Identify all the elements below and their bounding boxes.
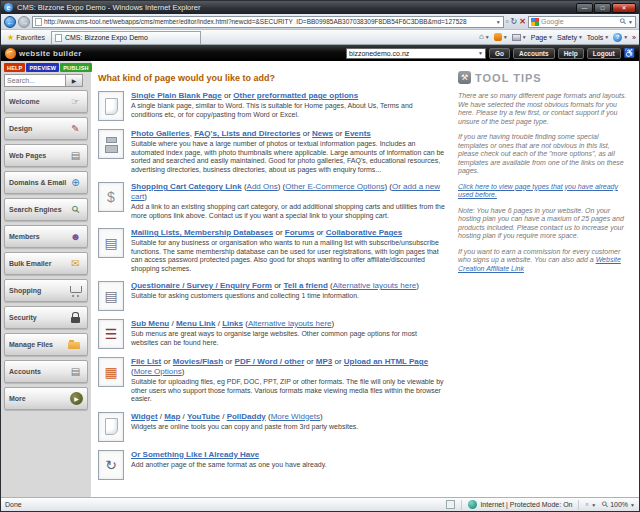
feeds-button[interactable]: ▼ [494, 33, 508, 41]
page-option-link[interactable]: Other E-Commerce Options [285, 182, 384, 191]
close-button[interactable]: ✕ [612, 3, 636, 13]
sidebar-item-bulk-emailer[interactable]: Bulk Emailer✉ [4, 252, 88, 275]
search-box[interactable]: Google ⚲ ▼ [528, 16, 636, 28]
sidebar-item-design[interactable]: Design✎ [4, 117, 88, 140]
submenu-icon[interactable]: ☰ [98, 319, 124, 349]
page-option-link[interactable]: PDF / Word / other [235, 357, 305, 366]
stop-icon[interactable]: ✕ [519, 18, 526, 26]
sidebar-item-members[interactable]: Members☻ [4, 225, 88, 248]
zoom-control[interactable]: ⚲ 100% ▼ [602, 500, 635, 509]
tools-menu[interactable]: Tools▼ [587, 34, 609, 41]
page-option-link[interactable]: Collaborative Pages [326, 228, 402, 237]
star-icon: ★ [7, 33, 14, 42]
page-option-link[interactable]: Menu Link [176, 319, 216, 328]
form-icon[interactable]: ▤ [98, 281, 124, 311]
file-grid-icon[interactable]: ▦ [98, 357, 124, 387]
page-option-link[interactable]: Forums [285, 228, 314, 237]
dollar-icon[interactable]: $ [98, 182, 124, 212]
page-option-link[interactable]: Single Plain Blank Page [131, 91, 222, 100]
page-option-link[interactable]: Or Something Like I Already Have [131, 450, 259, 459]
forward-button[interactable]: → [18, 16, 30, 28]
ie-icon: e [4, 3, 13, 12]
sidebar-item-shopping[interactable]: Shopping [4, 279, 88, 302]
browser-tab[interactable]: CMS: Bizzone Expo Demo [51, 31, 201, 44]
accounts-button[interactable]: Accounts [513, 48, 555, 59]
page-option-link[interactable]: Map [164, 412, 180, 421]
page-option-link[interactable]: More Widgets [271, 412, 320, 421]
page-option-link[interactable]: File List [131, 357, 161, 366]
tab-title: CMS: Bizzone Expo Demo [65, 34, 148, 41]
page-option-link[interactable]: Mailing Lists, Membership Databases [131, 228, 273, 237]
sidebar-item-security[interactable]: Security [4, 306, 88, 329]
domain-select[interactable]: bizzonedemo.co.nz ▼ [346, 48, 486, 59]
status-page-icon [446, 500, 455, 509]
recycle-page-icon[interactable]: ↻ [98, 450, 124, 480]
page-option-link[interactable]: FAQ's, Lists and Directories [194, 129, 300, 138]
page-option-link[interactable]: MP3 [316, 357, 332, 366]
url-text: http://www.cms-tool.net/webapps/cms/memb… [44, 18, 494, 25]
page-option-link[interactable]: More Options [134, 367, 182, 376]
tooltip-link-paragraph: Click here to view page types that you h… [458, 183, 629, 200]
internet-zone-icon [468, 500, 477, 509]
compatibility-status[interactable]: ▫▼ [585, 501, 596, 509]
publish-button[interactable]: PUBLISH [60, 63, 92, 72]
home-button[interactable]: ⌂▼ [479, 33, 490, 41]
back-button[interactable]: ← [4, 16, 16, 28]
used-page-types-link[interactable]: Click here to view page types that you h… [458, 183, 618, 199]
sidebar-item-web-pages[interactable]: Web Pages▤ [4, 144, 88, 167]
help-menu[interactable]: ?▼ [613, 33, 628, 42]
print-button[interactable]: ▼ [512, 34, 527, 41]
page-option-link[interactable]: Events [345, 129, 371, 138]
page-option-link[interactable]: News [312, 129, 333, 138]
logout-button[interactable]: Logout [587, 48, 621, 59]
sidebar-item-accounts[interactable]: Accounts▤ [4, 360, 88, 383]
sidebar-item-search-engines[interactable]: Search Engines⚲ [4, 198, 88, 221]
photo-thumbnails-icon[interactable] [98, 129, 124, 159]
page-option-desc: Suitable for any business or organisatio… [131, 239, 446, 273]
safety-menu[interactable]: Safety▼ [557, 34, 583, 41]
page-option-link[interactable]: Upload an HTML Page [344, 357, 428, 366]
page-option-link[interactable]: Questionaire / Survey / Enquiry Form [131, 281, 272, 290]
page-option-link[interactable]: Alternative layouts here [333, 281, 417, 290]
blank-page-icon[interactable] [98, 91, 124, 121]
page-option-link[interactable]: Alternative layouts here [248, 319, 332, 328]
page-option-link[interactable]: Add Ons [247, 182, 278, 191]
search-input[interactable] [4, 74, 66, 87]
url-field[interactable]: http://www.cms-tool.net/webapps/cms/memb… [32, 16, 504, 28]
page-option-link[interactable]: Photo Galleries [131, 129, 190, 138]
maximize-button[interactable]: □ [594, 3, 611, 13]
page-option-link[interactable]: YouTube [187, 412, 220, 421]
page-menu[interactable]: Page▼ [531, 34, 553, 41]
compatibility-view-icon[interactable]: ▫ [506, 18, 509, 26]
magnifier-icon: ⚲ [65, 199, 86, 220]
page-option-link[interactable]: Movies/Flash [173, 357, 223, 366]
page-option-link[interactable]: Other preformatted page options [233, 91, 358, 100]
search-icon[interactable]: ⚲ [618, 16, 629, 27]
help-button[interactable]: Help [558, 48, 584, 59]
search-dropdown-icon[interactable]: ▼ [628, 19, 633, 25]
favorites-button[interactable]: ★ Favorites [4, 33, 48, 42]
sidebar-item-welcome[interactable]: Welcome☞ [4, 90, 88, 113]
search-go-button[interactable]: ▶ [66, 74, 83, 87]
page-option-link[interactable]: Sub Menu [131, 319, 169, 328]
sidebar-item-more[interactable]: More▶ [4, 387, 88, 410]
page-option-link[interactable]: PollDaddy [227, 412, 266, 421]
sidebar-item-manage-files[interactable]: Manage Files [4, 333, 88, 356]
url-dropdown-icon[interactable]: ▼ [496, 19, 501, 25]
refresh-icon[interactable]: ↻ [511, 18, 518, 26]
preview-button[interactable]: PREVIEW [26, 63, 59, 72]
page-option-link[interactable]: Links [222, 319, 243, 328]
page-option-link[interactable]: Widget [131, 412, 158, 421]
page-option-body: Mailing Lists, Membership Databases or F… [131, 228, 446, 273]
sidebar-item-domains-email[interactable]: Domains & Email⊕ [4, 171, 88, 194]
minimize-button[interactable]: — [576, 3, 593, 13]
help-button[interactable]: HELP [4, 63, 25, 72]
page-option: ↻Or Something Like I Already HaveAdd ano… [98, 450, 446, 480]
blank-page-icon[interactable] [98, 412, 124, 442]
mailing-papers-icon[interactable]: ▤ [98, 228, 124, 258]
page-option-link[interactable]: Shopping Cart Category Link [131, 182, 242, 191]
accessibility-icon[interactable]: ♿ [624, 49, 635, 58]
command-overflow[interactable]: » [632, 34, 636, 41]
page-option-link[interactable]: Tell a friend [284, 281, 328, 290]
go-button[interactable]: Go [489, 48, 510, 59]
